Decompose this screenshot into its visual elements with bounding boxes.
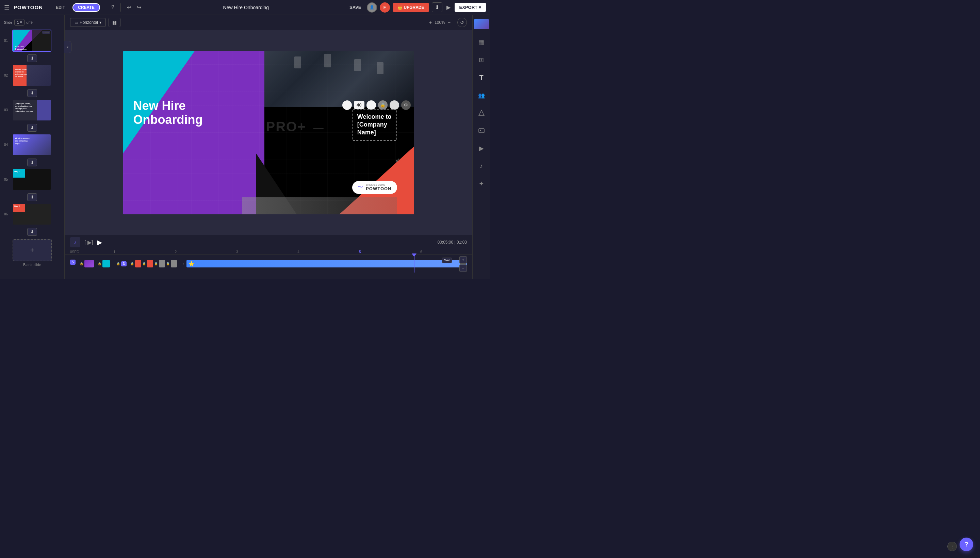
slide-item[interactable]: 05 Day 1 [0,167,64,192]
download-button[interactable]: ⬇ [432,2,442,12]
slide-thumbnail[interactable]: What to expectthe followingdays: [12,134,51,156]
export-label: EXPORT [460,5,478,10]
main-layout: Slide 1 ▾ of 9 01 New HireOnboarding PRO… [0,15,490,279]
timeline-time-display: 00:05:00 | 01:03 [437,240,467,245]
play-button[interactable]: ▶ [97,238,102,246]
add-slide-icon[interactable]: ⬇ [27,228,37,236]
text-size-decrease-button[interactable]: − [342,100,352,110]
text-lock-button[interactable]: 🔒 [378,100,387,110]
add-slide-icon[interactable]: ⬇ [27,124,37,132]
nav-divider-1 [105,3,105,11]
office-bg [264,51,414,107]
slide-canvas[interactable]: New Hire Onboarding PRO+ — − 40 + 🔒 ⚙ [123,51,414,214]
create-button[interactable]: CREATE [72,3,100,12]
slide-thumbnail[interactable]: We are superexcited towelcome youon boar… [12,64,51,87]
slide-thumbnail[interactable]: [employee name],we are leading youthroug… [12,99,51,121]
upgrade-button[interactable]: 👑 UPGRADE [393,3,429,12]
add-slide-icon[interactable]: ⬇ [27,193,37,201]
rs-effects-button[interactable]: ✦ [475,177,488,190]
save-button[interactable]: SAVE [350,5,361,10]
user-avatar[interactable]: F [380,2,390,13]
add-slide-icon[interactable]: ⬇ [27,89,37,97]
upgrade-label: UPGRADE [404,5,424,10]
text-settings-button[interactable]: ⚙ [401,100,411,110]
edit-button[interactable]: EDIT [51,3,70,11]
track-block-red-1[interactable] [135,260,141,268]
slide-item[interactable]: 06 Day 2 [0,202,64,226]
rs-shapes-button[interactable] [475,107,488,119]
track-block-gray-1[interactable] [159,260,165,268]
track-block-gray-2[interactable] [171,260,177,268]
music-button[interactable]: ♪ [70,237,80,247]
play-preview-button[interactable]: ▶ [445,3,452,12]
undo-button[interactable]: ↩ [126,3,133,12]
track-item-2: 🔒 [98,262,102,265]
preview-thumbnail[interactable] [474,19,489,29]
layout-icon: ▭ [74,20,78,25]
layout-label: Horizontal [80,20,98,25]
bracket-start[interactable]: [ ▶] [84,239,93,246]
rs-pattern-button[interactable]: ⊞ [475,54,488,66]
resize-handle[interactable]: ↙ [396,156,400,163]
slide-number-label: 03 [4,108,10,112]
welcome-text: Welcome to [Company Name] [357,113,392,137]
hamburger-icon[interactable]: ☰ [4,4,10,11]
slide-item[interactable]: 04 What to expectthe followingdays: [0,132,64,157]
office-image [264,51,414,107]
heading-line-1: New Hire [133,98,253,113]
collapse-panel-button[interactable]: ‹ [64,41,71,53]
badge-logo-icon: 〜 [358,184,363,191]
svg-rect-2 [480,130,481,131]
rs-people-button[interactable]: 👥 [475,89,488,102]
add-blank-slide-button[interactable]: + [13,239,52,261]
current-slide-number: 1 [17,20,19,25]
text-box-controls: − 40 + 🔒 ⚙ [342,100,410,110]
zoom-out-button[interactable]: − [448,20,451,25]
slide-number-dropdown[interactable]: 1 ▾ [14,19,24,26]
zoom-in-button[interactable]: + [429,20,432,25]
add-slide-after-4[interactable]: ⬇ [0,157,64,167]
text-color-picker[interactable] [390,100,399,110]
rs-layout-button[interactable]: ▦ [475,36,488,48]
slide-thumbnail[interactable]: Day 1 [12,168,51,190]
slide-item[interactable]: 01 New HireOnboarding PRO+ [0,28,64,53]
grid-view-button[interactable]: ▦ [108,18,120,27]
slide-thumbnail[interactable]: Day 2 [12,203,51,225]
slide-item[interactable]: 02 We are superexcited towelcome youon b… [0,63,64,88]
track-block-purple[interactable] [84,260,94,268]
export-button[interactable]: EXPORT ▾ [455,3,486,12]
layout-chevron-icon: ▾ [99,20,102,25]
text-size-increase-button[interactable]: + [366,100,376,110]
account-avatar[interactable]: 👤 [367,2,377,13]
add-slide-after-3[interactable]: ⬇ [0,123,64,132]
heading-line-2: Onboarding [133,113,253,126]
slide-thumbnail[interactable]: New HireOnboarding PRO+ [12,30,51,52]
add-slide-after-6[interactable]: ⬇ [0,226,64,236]
track-active-block[interactable]: ⭐ [187,260,467,268]
zoom-value: 100% [435,20,445,25]
track-block-cyan[interactable] [102,260,110,268]
slide-item[interactable]: 03 [employee name],we are leading youthr… [0,98,64,123]
blank-slide-section: + Blank slide [0,236,64,269]
right-sidebar: ▦ ⊞ T 👥 ▶ ♪ ✦ [472,15,490,279]
redo-button[interactable]: ↪ [135,3,143,12]
badge-logo-text: POWTOON [366,186,391,191]
layout-dropdown-button[interactable]: ▭ Horizontal ▾ [70,18,106,27]
rs-music-button[interactable]: ♪ [475,160,488,172]
user-initial: F [384,5,386,10]
add-slide-after-5[interactable]: ⬇ [0,192,64,202]
add-slide-after-2[interactable]: ⬇ [0,88,64,98]
rs-media-button[interactable] [475,125,488,137]
add-slide-icon[interactable]: ⬇ [27,159,37,166]
pro-watermark: PRO+ — [266,119,324,135]
help-icon-button[interactable]: ? [110,3,116,12]
timeline-minus-button[interactable]: − [460,264,467,272]
add-slide-after-1[interactable]: ⬇ [0,53,64,63]
timeline-add-button[interactable]: + [460,256,467,264]
track-block-red-2[interactable] [147,260,153,268]
rs-text-button[interactable]: T [475,71,488,84]
rs-video-button[interactable]: ▶ [475,142,488,154]
fit-screen-button[interactable]: ↺ [457,18,467,27]
welcome-text-box[interactable]: Welcome to [Company Name] [352,109,397,141]
add-slide-icon[interactable]: ⬇ [27,54,37,62]
